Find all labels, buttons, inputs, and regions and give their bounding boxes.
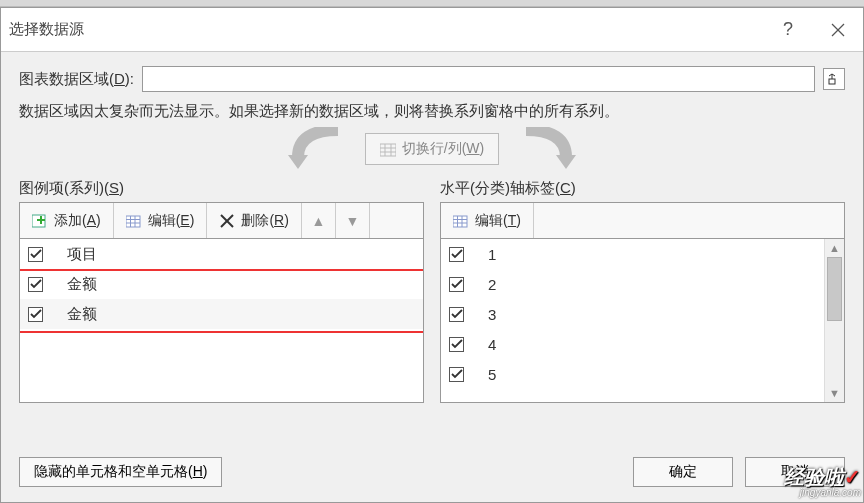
check-icon bbox=[30, 309, 42, 319]
checkbox[interactable] bbox=[449, 337, 464, 352]
edit-axis-label: 编辑(T) bbox=[475, 212, 521, 230]
series-row[interactable]: 金额 bbox=[20, 299, 423, 329]
svg-rect-18 bbox=[453, 216, 467, 227]
checkbox[interactable] bbox=[28, 277, 43, 292]
category-axis-panel: 水平(分类)轴标签(C) 编辑(T) 1 bbox=[440, 179, 845, 403]
triangle-up-icon: ▲ bbox=[311, 213, 325, 229]
axis-listbox[interactable]: 1 2 3 4 bbox=[440, 238, 845, 403]
series-row[interactable]: 项目 bbox=[20, 239, 423, 269]
add-icon bbox=[32, 213, 48, 229]
check-icon bbox=[30, 249, 42, 259]
edit-icon bbox=[453, 213, 469, 229]
check-icon bbox=[451, 249, 463, 259]
checkbox[interactable] bbox=[449, 277, 464, 292]
add-series-button[interactable]: 添加(A) bbox=[20, 203, 114, 238]
edit-series-button[interactable]: 编辑(E) bbox=[114, 203, 208, 238]
switch-row: 切换行/列(W) bbox=[19, 127, 845, 171]
ok-button[interactable]: 确定 bbox=[633, 457, 733, 487]
curved-arrow-left-icon bbox=[283, 127, 353, 171]
close-icon bbox=[831, 23, 845, 37]
edit-r-prefix: 编辑( bbox=[475, 212, 508, 228]
series-listbox[interactable]: 项目 金额 金额 bbox=[19, 238, 424, 403]
axis-header-suffix: ) bbox=[571, 179, 576, 196]
scrollbar[interactable]: ▲ ▼ bbox=[824, 239, 844, 402]
switch-prefix: 切换行/列( bbox=[402, 140, 467, 156]
checkbox[interactable] bbox=[449, 367, 464, 382]
help-button[interactable]: ? bbox=[763, 8, 813, 52]
axis-row[interactable]: 4 bbox=[441, 329, 824, 359]
checkbox[interactable] bbox=[28, 247, 43, 262]
legend-header-suffix: ) bbox=[119, 179, 124, 196]
range-label-prefix: 图表数据区域( bbox=[19, 70, 114, 87]
edit-l-suffix: ) bbox=[190, 212, 195, 228]
close-button[interactable] bbox=[813, 8, 863, 52]
edit-l-prefix: 编辑( bbox=[148, 212, 181, 228]
switch-hotkey: W bbox=[466, 140, 479, 156]
toolbar-spacer bbox=[370, 203, 423, 238]
range-input[interactable] bbox=[142, 66, 815, 92]
legend-toolbar: 添加(A) 编辑(E) 删除(R) ▲ ▼ bbox=[19, 202, 424, 238]
dialog-body: 图表数据区域(D): 数据区域因太复杂而无法显示。如果选择新的数据区域，则将替换… bbox=[1, 52, 863, 403]
axis-row[interactable]: 2 bbox=[441, 269, 824, 299]
remove-hotkey: R bbox=[274, 212, 284, 228]
remove-icon bbox=[219, 213, 235, 229]
legend-series-panel: 图例项(系列)(S) 添加(A) 编辑(E) 删除(R) ▲ bbox=[19, 179, 424, 403]
axis-header: 水平(分类)轴标签(C) bbox=[440, 179, 845, 198]
switch-icon bbox=[380, 141, 396, 157]
add-label: 添加(A) bbox=[54, 212, 101, 230]
cancel-button[interactable]: 取消 bbox=[745, 457, 845, 487]
ok-label: 确定 bbox=[669, 463, 697, 481]
axis-list-inner: 1 2 3 4 bbox=[441, 239, 824, 402]
legend-header-hotkey: S bbox=[109, 179, 119, 196]
svg-rect-3 bbox=[380, 144, 396, 156]
remove-series-button[interactable]: 删除(R) bbox=[207, 203, 301, 238]
toolbar-spacer bbox=[534, 203, 844, 238]
scroll-up-button[interactable]: ▲ bbox=[825, 239, 844, 257]
check-icon bbox=[451, 279, 463, 289]
series-row[interactable]: 金额 bbox=[20, 269, 423, 299]
hidden-cells-button[interactable]: 隐藏的单元格和空单元格(H) bbox=[19, 457, 222, 487]
cancel-label: 取消 bbox=[781, 463, 809, 481]
axis-label: 2 bbox=[488, 276, 496, 293]
range-label: 图表数据区域(D): bbox=[19, 70, 134, 89]
axis-toolbar: 编辑(T) bbox=[440, 202, 845, 238]
hidden-label: 隐藏的单元格和空单元格(H) bbox=[34, 463, 207, 481]
switch-row-col-button[interactable]: 切换行/列(W) bbox=[365, 133, 499, 165]
chart-data-range-row: 图表数据区域(D): bbox=[19, 66, 845, 92]
move-up-button[interactable]: ▲ bbox=[302, 203, 336, 238]
edit-r-suffix: ) bbox=[516, 212, 521, 228]
add-prefix: 添加( bbox=[54, 212, 87, 228]
axis-header-prefix: 水平(分类)轴标签( bbox=[440, 179, 560, 196]
add-suffix: ) bbox=[96, 212, 101, 228]
checkbox[interactable] bbox=[449, 307, 464, 322]
checkbox[interactable] bbox=[449, 247, 464, 262]
series-label: 金额 bbox=[67, 275, 97, 294]
check-icon bbox=[451, 369, 463, 379]
check-icon bbox=[30, 279, 42, 289]
edit-axis-button[interactable]: 编辑(T) bbox=[441, 203, 534, 238]
check-icon bbox=[451, 339, 463, 349]
range-picker-button[interactable] bbox=[823, 68, 845, 90]
remove-label: 删除(R) bbox=[241, 212, 288, 230]
axis-row[interactable]: 3 bbox=[441, 299, 824, 329]
titlebar: 选择数据源 ? bbox=[1, 8, 863, 52]
move-down-button[interactable]: ▼ bbox=[336, 203, 370, 238]
scroll-thumb[interactable] bbox=[827, 257, 842, 321]
remove-suffix: ) bbox=[284, 212, 289, 228]
dialog-footer: 隐藏的单元格和空单元格(H) 确定 取消 bbox=[1, 442, 863, 502]
add-hotkey: A bbox=[87, 212, 96, 228]
remove-prefix: 删除( bbox=[241, 212, 274, 228]
axis-header-hotkey: C bbox=[560, 179, 571, 196]
scroll-down-button[interactable]: ▼ bbox=[825, 384, 844, 402]
checkbox[interactable] bbox=[28, 307, 43, 322]
axis-row[interactable]: 1 bbox=[441, 239, 824, 269]
info-text: 数据区域因太复杂而无法显示。如果选择新的数据区域，则将替换系列窗格中的所有系列。 bbox=[19, 102, 845, 121]
edit-icon bbox=[126, 213, 142, 229]
switch-suffix: ) bbox=[480, 140, 485, 156]
axis-row[interactable]: 5 bbox=[441, 359, 824, 389]
svg-rect-2 bbox=[829, 79, 835, 84]
range-picker-icon bbox=[828, 73, 840, 85]
edit-label: 编辑(E) bbox=[148, 212, 195, 230]
range-label-hotkey: D bbox=[114, 70, 125, 87]
chevron-up-icon: ▲ bbox=[829, 242, 840, 254]
